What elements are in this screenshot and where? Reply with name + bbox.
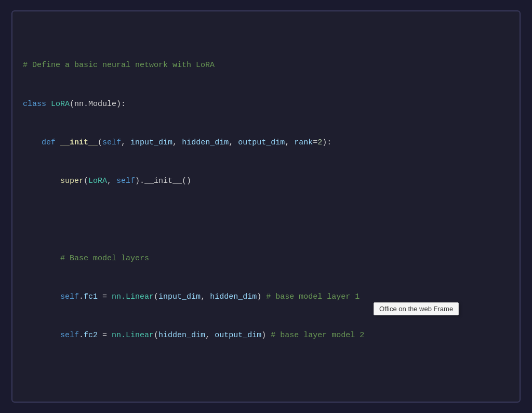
code-content: # Define a basic neural network with LoR… <box>23 21 509 403</box>
line-fc1: self.fc1 = nn.Linear(input_dim, hidden_d… <box>23 291 509 304</box>
line-blank2 <box>23 368 509 381</box>
line-def-init: def __init__(self, input_dim, hidden_dim… <box>23 137 509 150</box>
line-blank1 <box>23 214 509 227</box>
line-comment-base: # Base model layers <box>23 252 509 265</box>
line-class-def: class LoRA(nn.Module): <box>23 98 509 111</box>
line-super: super(LoRA, self).__init__() <box>23 175 509 188</box>
code-editor: # Define a basic neural network with LoR… <box>11 10 521 403</box>
line-fc2: self.fc2 = nn.Linear(hidden_dim, output_… <box>23 329 509 342</box>
office-web-frame-tooltip: Office on the web Frame <box>374 302 459 315</box>
line-comment-define: # Define a basic neural network with LoR… <box>23 59 509 72</box>
